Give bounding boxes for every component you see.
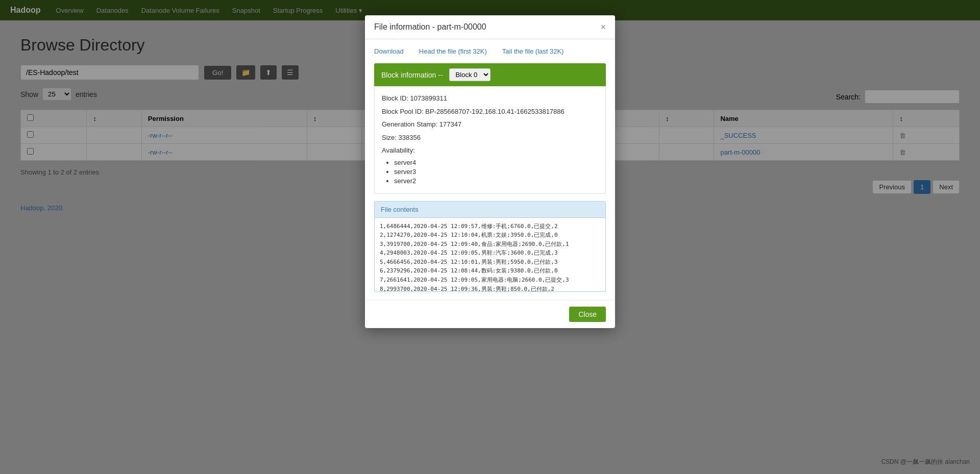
modal-body: Download Head the file (first 32K) Tail … (365, 39, 615, 300)
modal: File information - part-m-00000 × Downlo… (365, 15, 615, 328)
block-details: Block ID: 1073899311 Block Pool ID: BP-2… (374, 86, 606, 194)
server-item-1: server4 (394, 159, 598, 166)
head-file-link[interactable]: Head the file (first 32K) (419, 47, 487, 55)
block-info-header: Block information -- Block 0 (374, 63, 606, 86)
file-contents-text: 1,6486444,2020-04-25 12:09:57,维修:手机;6760… (380, 222, 600, 292)
tail-file-link[interactable]: Tail the file (last 32K) (502, 47, 564, 55)
block-info-label: Block information -- (381, 71, 443, 79)
block-size: Size: 338356 (382, 133, 598, 143)
modal-footer: Close (365, 300, 615, 328)
generation-stamp: Generation Stamp: 177347 (382, 119, 598, 130)
block-pool-id: Block Pool ID: BP-285668707-192.168.10.4… (382, 107, 598, 117)
block-id: Block ID: 1073899311 (382, 93, 598, 104)
file-contents-body[interactable]: 1,6486444,2020-04-25 12:09:57,维修:手机;6760… (374, 218, 606, 292)
modal-close-btn[interactable]: Close (569, 307, 606, 322)
file-contents-header: File contents (374, 201, 606, 218)
modal-overlay: File information - part-m-00000 × Downlo… (0, 0, 980, 474)
block-select[interactable]: Block 0 (449, 68, 491, 81)
modal-close-button[interactable]: × (600, 22, 606, 32)
modal-links: Download Head the file (first 32K) Tail … (374, 47, 606, 55)
modal-title: File information - part-m-00000 (374, 22, 486, 32)
download-link[interactable]: Download (374, 47, 404, 55)
server-item-2: server3 (394, 168, 598, 176)
modal-header: File information - part-m-00000 × (365, 15, 615, 39)
availability-label: Availability: (382, 145, 598, 156)
server-list: server4 server3 server2 (394, 159, 598, 185)
server-item-3: server2 (394, 177, 598, 185)
